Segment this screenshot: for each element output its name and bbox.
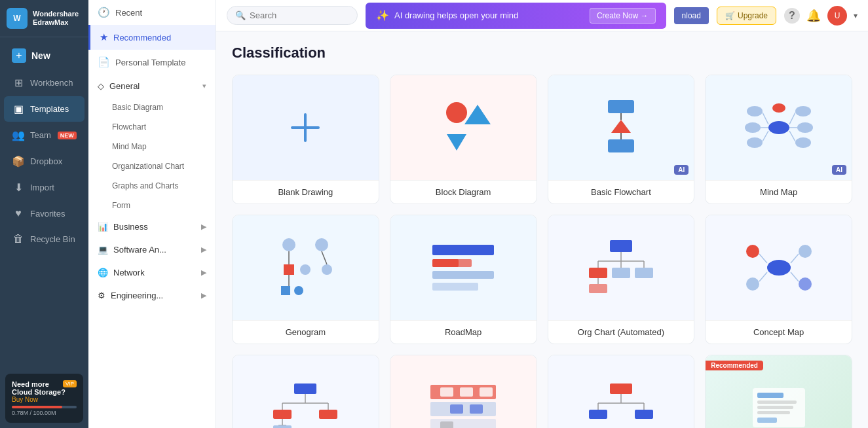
new-plus-icon: + [12, 48, 26, 63]
ai-sparkle-icon: ✨ [376, 9, 389, 22]
panel-item-recommended[interactable]: ★ Recommended [88, 25, 216, 50]
svg-marker-3 [464, 105, 491, 124]
panel-section-software[interactable]: 💻 Software An... ▶ [88, 238, 216, 261]
card-image-blank [233, 75, 379, 180]
cloud-size-label: 0.78M / 100.00M [12, 410, 77, 416]
card-tree-diagram[interactable]: Tree Diagram [232, 355, 379, 428]
panel-section-business[interactable]: 📊 Business ▶ [88, 215, 216, 238]
panel-sub-graphs-charts[interactable]: Graphs and Charts [88, 176, 216, 196]
user-menu-chevron-icon[interactable]: ▾ [854, 11, 858, 20]
sidebar-item-favorites[interactable]: ♥ Favorites [4, 201, 85, 226]
card-basic-flowchart[interactable]: AI Basic Flowchart [548, 75, 695, 204]
panel-sub-basic-diagram[interactable]: Basic Diagram [88, 98, 216, 117]
logo-icon: W [7, 8, 28, 29]
svg-rect-49 [589, 284, 607, 293]
panel-sub-mind-map[interactable]: Mind Map [88, 137, 216, 156]
card-concept-map[interactable]: Concept Map [705, 215, 852, 344]
svg-rect-77 [470, 404, 483, 414]
card-label-orgchart: Org Chart (Automated) [548, 320, 694, 344]
ai-create-now-button[interactable]: Create Now → [590, 8, 656, 24]
user-avatar[interactable]: U [827, 6, 847, 26]
roadmap-svg [427, 238, 499, 297]
svg-marker-4 [447, 134, 466, 151]
panel-sub-org-chart[interactable]: Organizational Chart [88, 156, 216, 176]
recycle-label: Recycle Bin [30, 234, 75, 244]
svg-rect-59 [294, 383, 316, 394]
svg-marker-6 [611, 120, 631, 133]
svg-rect-84 [589, 410, 607, 419]
panel-sub-form[interactable]: Form [88, 196, 216, 215]
cloud-storage-widget[interactable]: VIP Need more Cloud Storage? Buy Now 0.7… [5, 374, 83, 423]
sidebar-item-recycle[interactable]: 🗑 Recycle Bin [4, 226, 85, 251]
search-box[interactable]: 🔍 [227, 6, 358, 25]
svg-point-11 [747, 106, 763, 116]
panel-section-network[interactable]: 🌐 Network ▶ [88, 261, 216, 284]
svg-point-52 [799, 245, 812, 258]
sidebar-item-dropbox[interactable]: 📦 Dropbox [4, 149, 85, 174]
ai-tag-flowchart: AI [674, 165, 689, 175]
panel-section-general[interactable]: ◇ General ▾ [88, 75, 216, 98]
svg-point-16 [795, 137, 811, 148]
main-content: 🔍 ✨ AI drawing helps open your mind Crea… [216, 0, 868, 428]
svg-point-13 [747, 137, 763, 148]
app-logo[interactable]: W Wondershare EdrawMax [0, 0, 88, 37]
sidebar-item-templates[interactable]: ▣ Templates [4, 96, 85, 122]
svg-line-20 [789, 113, 795, 124]
card-tree-diagram-2[interactable]: Tree Diagram [548, 355, 695, 428]
svg-line-58 [791, 272, 799, 281]
cloud-buy-button[interactable]: Buy Now [12, 396, 77, 403]
network-icon: 🌐 [98, 268, 108, 277]
card-label-conceptmap: Concept Map [706, 320, 852, 344]
card-image-genogram [233, 215, 379, 320]
general-icon: ◇ [98, 81, 104, 91]
card-label-roadmap: RoadMap [390, 320, 537, 344]
download-button[interactable]: nload [674, 7, 709, 24]
card-block-diagram[interactable]: Block Diagram [390, 75, 537, 204]
engineering-chevron-icon: ▶ [201, 291, 206, 300]
topbar: 🔍 ✨ AI drawing helps open your mind Crea… [216, 0, 868, 31]
svg-point-14 [795, 106, 811, 116]
card-mind-map[interactable]: AI Mind Map [705, 75, 852, 204]
svg-rect-88 [757, 401, 797, 404]
block-diagram-svg [430, 98, 496, 157]
ai-banner[interactable]: ✨ AI drawing helps open your mind Create… [366, 3, 666, 29]
app-name: Wondershare EdrawMax [33, 10, 79, 27]
svg-rect-29 [281, 286, 290, 295]
svg-rect-90 [757, 411, 790, 414]
svg-rect-45 [589, 268, 607, 278]
svg-point-30 [294, 286, 303, 295]
help-icon[interactable]: ? [784, 8, 800, 24]
panel-item-personal-template[interactable]: 📄 Personal Template [88, 50, 216, 75]
card-recommended-template[interactable]: Recommended Recommended Template [705, 355, 852, 428]
svg-line-17 [763, 113, 768, 124]
card-image-block [390, 75, 537, 180]
card-genogram[interactable]: Genogram [232, 215, 379, 344]
new-button[interactable]: + New [4, 42, 85, 69]
notification-icon[interactable]: 🔔 [806, 9, 821, 23]
sidebar-item-import[interactable]: ⬇ Import [4, 175, 85, 200]
vip-badge: VIP [63, 380, 77, 387]
svg-point-54 [799, 277, 812, 291]
card-org-chart[interactable]: Org Chart (Automated) [548, 215, 695, 344]
sidebar-item-team[interactable]: 👥 Team NEW [4, 122, 85, 148]
svg-rect-34 [432, 245, 494, 255]
software-label: Software An... [113, 245, 166, 255]
panel-section-engineering[interactable]: ⚙ Engineering... ▶ [88, 284, 216, 307]
card-label-flowchart: Basic Flowchart [548, 180, 694, 204]
cloud-progress-bar-bg [12, 406, 77, 408]
ai-tag-mindmap: AI [832, 165, 846, 175]
team-label: Team [30, 130, 51, 140]
workbench-icon: ⊞ [12, 77, 25, 89]
svg-line-32 [322, 251, 327, 264]
search-input[interactable] [250, 10, 341, 20]
panel-sub-flowchart[interactable]: Flowchart [88, 117, 216, 137]
panel-item-recent[interactable]: 🕐 Recent [88, 0, 216, 25]
svg-rect-87 [757, 393, 783, 398]
card-cross-functional[interactable]: Cross Functional Flowchart [390, 355, 537, 428]
svg-rect-46 [612, 268, 630, 278]
card-roadmap[interactable]: RoadMap [390, 215, 537, 344]
card-blank-drawing[interactable]: Blank Drawing [232, 75, 379, 204]
upgrade-button[interactable]: 🛒 Upgrade [717, 7, 776, 25]
sidebar-item-workbench[interactable]: ⊞ Workbench [4, 70, 85, 96]
mindmap-svg [743, 98, 815, 157]
